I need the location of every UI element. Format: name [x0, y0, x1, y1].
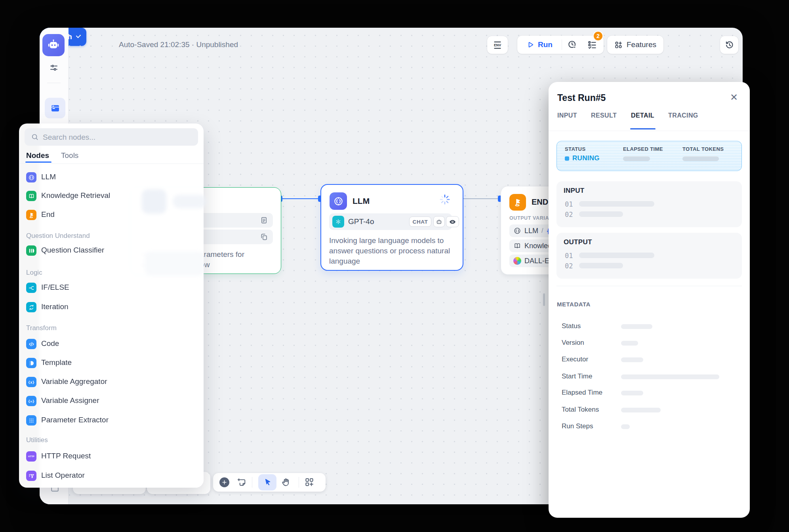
search-input[interactable] — [42, 128, 194, 146]
edge-llm-to-end — [462, 198, 501, 199]
tab-tracing[interactable]: TRACING — [668, 112, 698, 119]
metadata-row-start-time: Start Time — [549, 372, 750, 382]
env-button[interactable]: ENV — [487, 36, 508, 54]
agent-badge[interactable] — [433, 216, 445, 227]
checklist-button[interactable] — [587, 40, 597, 51]
close-icon[interactable]: ✕ — [728, 91, 740, 103]
row-index: 02 — [565, 262, 573, 270]
organize-nodes-button[interactable] — [304, 477, 314, 489]
node-item-llm[interactable]: LLM — [19, 169, 204, 185]
toolbar-divider — [299, 477, 299, 488]
metadata-row-elapsed-time: Elapsed Time — [549, 389, 750, 398]
node-item-list-operator[interactable]: List Operator — [19, 468, 204, 484]
model-selector[interactable]: GPT-4o CHAT — [329, 213, 452, 230]
run-label: Run — [538, 40, 553, 49]
metadata-row-executor: Executor — [549, 355, 750, 365]
dalle-icon — [513, 257, 521, 265]
version-history-button[interactable] — [720, 36, 738, 54]
metadata-title: METADATA — [557, 301, 591, 308]
window-icon — [50, 103, 61, 114]
input-skeleton — [579, 211, 623, 217]
extractor-icon — [26, 415, 36, 426]
output-skeleton — [579, 263, 623, 268]
search-icon — [31, 133, 39, 141]
panel-title: Test Run#5 — [557, 93, 606, 103]
llm-node[interactable]: LLM GPT-4o CHAT Invoking large language … — [320, 184, 463, 271]
copy-icon — [260, 233, 268, 241]
node-item-iteration[interactable]: Iteration — [19, 299, 204, 315]
run-button[interactable]: Run — [517, 40, 553, 49]
node-search-panel: Nodes Tools LLM Knowledge Retrieval End … — [19, 124, 204, 488]
robot-icon — [47, 38, 60, 52]
note-plus-icon — [237, 477, 247, 487]
tab-nodes[interactable]: Nodes — [26, 151, 49, 160]
hand-icon — [281, 477, 291, 487]
node-item-http-request[interactable]: HTTP HTTP Request — [19, 448, 204, 464]
running-spinner-icon — [439, 194, 451, 207]
code-icon — [26, 339, 36, 349]
model-name: GPT-4o — [348, 217, 374, 226]
output-card: OUTPUT 01 02 — [556, 233, 742, 279]
tab-result[interactable]: RESULT — [591, 112, 617, 119]
document-icon — [260, 216, 268, 224]
loop-icon — [26, 302, 36, 312]
organize-layout-icon — [304, 477, 314, 487]
eye-icon — [449, 218, 456, 226]
vision-badge[interactable] — [446, 216, 459, 227]
node-item-variable-assigner[interactable]: {=} Variable Assigner — [19, 393, 204, 409]
canvas-scrollbar[interactable] — [543, 293, 545, 306]
node-item-question-classifier[interactable]: Question Classifier — [19, 243, 204, 258]
elapsed-skeleton — [623, 156, 650, 161]
book-icon — [26, 191, 36, 201]
classifier-icon — [26, 245, 36, 256]
tab-input[interactable]: INPUT — [557, 112, 577, 119]
svg-text:HTTP: HTTP — [28, 455, 34, 458]
assigner-icon: {=} — [26, 396, 36, 406]
section-divider — [556, 286, 742, 286]
row-index: 02 — [565, 211, 573, 218]
tab-tools[interactable]: Tools — [61, 151, 78, 160]
add-note-button[interactable] — [237, 477, 247, 489]
output-skeleton — [579, 253, 654, 258]
features-label: Features — [627, 40, 656, 49]
running-status-dot — [565, 156, 569, 161]
node-item-code[interactable]: Code — [19, 336, 204, 352]
app-logo-robot-icon[interactable] — [42, 34, 65, 56]
flag-icon — [26, 210, 36, 220]
autosave-status: Auto-Saved 21:02:35 · Unpublished — [119, 40, 238, 49]
metadata-row-status: Status — [549, 322, 750, 332]
metadata-row-total-tokens: Total Tokens — [549, 406, 750, 415]
features-button[interactable]: Features — [607, 36, 663, 54]
run-history-button[interactable] — [567, 40, 577, 51]
workflow-settings-sliders-icon[interactable] — [49, 63, 59, 74]
variable-name: DALL-E — [524, 257, 549, 265]
features-icon — [614, 40, 623, 49]
status-value: RUNING — [572, 154, 600, 162]
add-node-button[interactable] — [219, 477, 229, 487]
node-item-if-else[interactable]: IF/ELSE — [19, 280, 204, 296]
test-run-panel: Test Run#5 ✕ INPUT RESULT DETAIL TRACING… — [549, 82, 750, 518]
sidebar-divider — [47, 83, 61, 83]
clock-play-icon — [567, 40, 577, 50]
sidebar-item-workflow-active[interactable] — [45, 98, 65, 118]
book-outline-icon — [513, 242, 521, 250]
node-item-variable-aggregator[interactable]: {x} Variable Aggregator — [19, 374, 204, 390]
robot-badge-icon — [436, 218, 442, 225]
node-item-template[interactable]: Template — [19, 355, 204, 371]
toolbar-divider — [562, 40, 562, 50]
tab-detail[interactable]: DETAIL — [631, 112, 654, 119]
run-toolbar-group: Run 2 — [517, 36, 604, 54]
chat-mode-badge: CHAT — [409, 217, 431, 227]
tokens-skeleton — [682, 156, 719, 161]
edge-start-to-llm — [280, 198, 320, 199]
node-item-end[interactable]: End — [19, 207, 204, 223]
canvas-toolbar — [213, 473, 326, 492]
node-item-parameter-extractor[interactable]: Parameter Extractor — [19, 412, 204, 428]
node-item-knowledge-retrieval[interactable]: Knowledge Retrieval — [19, 188, 204, 204]
node-search-box[interactable] — [25, 128, 198, 146]
aggregator-icon: {x} — [26, 377, 36, 387]
hand-tool-button[interactable] — [281, 477, 291, 489]
end-node-title: END — [532, 198, 548, 207]
pointer-tool-active[interactable] — [258, 474, 276, 490]
llm-node-title: LLM — [353, 196, 370, 206]
